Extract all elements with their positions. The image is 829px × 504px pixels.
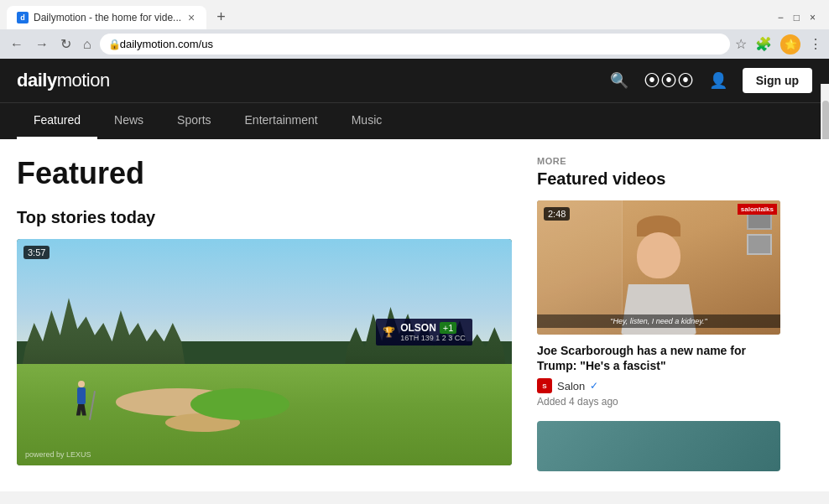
sidebar-video-1-title: Joe Scarborough has a new name for Trump…	[537, 343, 780, 373]
sidebar-thumbnail-2[interactable]	[537, 421, 780, 471]
nav-item-entertainment[interactable]: Entertainment	[228, 103, 335, 139]
course-code: CC	[455, 334, 466, 342]
close-window-button[interactable]: ×	[810, 12, 816, 23]
more-label: MORE	[537, 156, 780, 166]
trophy-icon: 🏆	[383, 326, 395, 338]
golf-scoreboard: 🏆 OLSON +1 16TH 139 1 2 3 CC	[376, 319, 472, 346]
extensions-icon[interactable]: 🧩	[755, 36, 772, 52]
nav-item-sports[interactable]: Sports	[160, 103, 227, 139]
main-content: Featured Top stories today	[0, 139, 829, 491]
lexus-watermark: powered by LEXUS	[25, 450, 91, 459]
window-controls: − □ ×	[778, 12, 822, 23]
title-bar: d Dailymotion - the home for vide... × +…	[0, 0, 829, 29]
minimize-button[interactable]: −	[778, 12, 784, 23]
golf-green	[190, 388, 289, 420]
dailymotion-site: dailymotion 🔍 ⦿⦿⦿ 👤 Sign up Featured New…	[0, 59, 829, 491]
dailymotion-logo[interactable]: dailymotion	[17, 70, 110, 91]
nav-item-news[interactable]: News	[97, 103, 160, 139]
library-icon[interactable]: ⦿⦿⦿	[644, 71, 694, 91]
profile-avatar[interactable]: 🌟	[780, 34, 800, 55]
chrome-menu-icon[interactable]: ⋮	[809, 36, 822, 52]
hole-number: 16TH	[400, 334, 419, 342]
score-plus: +1	[440, 322, 457, 334]
tab-close-button[interactable]: ×	[186, 11, 196, 24]
sidebar-video-1-duration: 2:48	[544, 207, 570, 221]
home-button[interactable]: ⌂	[80, 35, 95, 54]
total-score: 139	[421, 334, 434, 342]
picture-frame-2	[747, 234, 772, 255]
channel-name[interactable]: Salon	[557, 380, 585, 392]
video-caption: "Hey, listen, I need a kidney."	[537, 314, 780, 328]
address-input[interactable]	[100, 34, 730, 55]
new-tab-button[interactable]: +	[210, 5, 232, 29]
site-header: dailymotion 🔍 ⦿⦿⦿ 👤 Sign up	[0, 59, 829, 102]
scoreboard-details: 16TH 139 1 2 3 CC	[400, 334, 466, 342]
back-button[interactable]: ←	[7, 35, 27, 54]
video-thumbnail: powered by LEXUS	[17, 239, 512, 465]
sidebar-thumbnail-1[interactable]: "Hey, listen, I need a kidney." salontal…	[537, 200, 780, 335]
sidebar-video-1-meta: S Salon ✓	[537, 378, 780, 393]
scoreboard-info: OLSON +1 16TH 139 1 2 3 CC	[400, 322, 466, 342]
verified-badge: ✓	[590, 380, 598, 392]
tab-title: Dailymotion - the home for vide...	[34, 12, 181, 23]
sidebar-video-1[interactable]: "Hey, listen, I need a kidney." salontal…	[537, 200, 780, 408]
nav-item-featured[interactable]: Featured	[17, 103, 97, 139]
header-icons: 🔍 ⦿⦿⦿ 👤 Sign up	[610, 68, 812, 93]
tab-favicon: d	[17, 12, 29, 23]
section-title: Top stories today	[17, 208, 512, 227]
bookmark-icon[interactable]: ☆	[735, 36, 747, 52]
address-bar-wrapper: 🔒	[100, 34, 730, 55]
golf-player	[76, 381, 86, 416]
player-name: OLSON	[400, 322, 436, 334]
refresh-button[interactable]: ↻	[57, 34, 75, 54]
sidebar: MORE Featured videos	[537, 156, 780, 475]
account-icon[interactable]: 👤	[709, 71, 727, 90]
holes-played: 1 2 3	[435, 334, 452, 342]
sign-up-button[interactable]: Sign up	[743, 68, 812, 93]
page-title: Featured	[17, 156, 512, 191]
browser-chrome: d Dailymotion - the home for vide... × +…	[0, 0, 829, 59]
active-tab[interactable]: d Dailymotion - the home for vide... ×	[7, 6, 206, 29]
nav-item-music[interactable]: Music	[335, 103, 399, 139]
main-video[interactable]: powered by LEXUS 🏆 OLSON +1 16TH 139 1 2	[17, 239, 512, 465]
sidebar-section-title: Featured videos	[537, 169, 780, 189]
search-icon[interactable]: 🔍	[610, 71, 628, 90]
scarborough-thumbnail-bg: "Hey, listen, I need a kidney." salontal…	[537, 200, 780, 335]
tab-bar: d Dailymotion - the home for vide... × +	[7, 5, 232, 29]
toolbar-icons: ☆ 🧩 🌟 ⋮	[735, 34, 822, 55]
main-nav: Featured News Sports Entertainment Music	[0, 102, 829, 139]
forward-button[interactable]: →	[32, 35, 52, 54]
maximize-button[interactable]: □	[794, 12, 800, 23]
address-bar-row: ← → ↻ ⌂ 🔒 ☆ 🧩 🌟 ⋮	[0, 29, 829, 59]
security-lock-icon: 🔒	[108, 39, 121, 50]
channel-icon: S	[537, 378, 552, 393]
person-face	[637, 232, 680, 278]
video-duration: 3:57	[23, 246, 50, 259]
sidebar-video-2-bg	[537, 421, 780, 471]
salon-brand: salontalks	[738, 204, 777, 215]
main-column: Featured Top stories today	[17, 156, 512, 475]
video-age: Added 4 days ago	[537, 396, 780, 408]
